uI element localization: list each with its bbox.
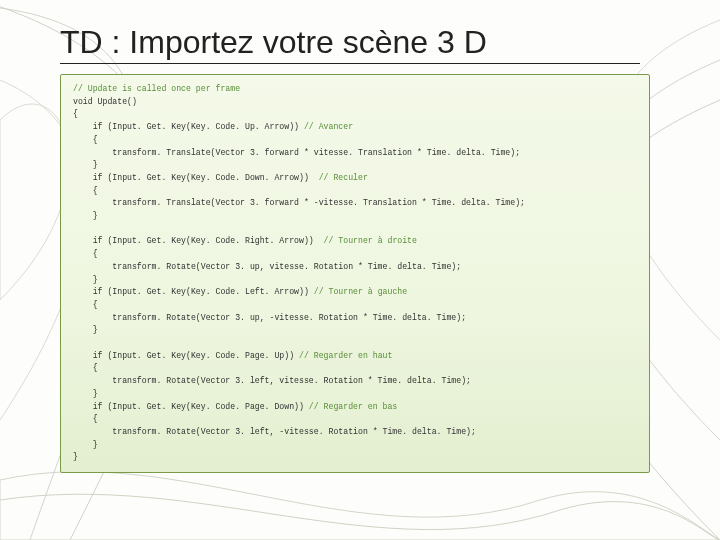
code-comment: // Regarder en haut: [299, 351, 392, 360]
code-comment: // Reculer: [319, 173, 368, 182]
code-line: }: [73, 389, 98, 398]
code-line: if (Input. Get. Key(Key. Code. Down. Arr…: [73, 173, 319, 182]
code-line: {: [73, 135, 98, 144]
code-line: }: [73, 325, 98, 334]
code-line: {: [73, 186, 98, 195]
code-line: if (Input. Get. Key(Key. Code. Right. Ar…: [73, 236, 324, 245]
code-line: {: [73, 414, 98, 423]
code-line: if (Input. Get. Key(Key. Code. Page. Dow…: [73, 402, 309, 411]
code-line: transform. Translate(Vector 3. forward *…: [73, 198, 525, 207]
code-line: }: [73, 160, 98, 169]
slide-title: TD : Importez votre scène 3 D: [60, 24, 640, 64]
code-comment: // Tourner à droite: [324, 236, 417, 245]
code-line: }: [73, 452, 78, 461]
code-line: {: [73, 249, 98, 258]
code-line: }: [73, 440, 98, 449]
code-line: transform. Rotate(Vector 3. left, -vites…: [73, 427, 476, 436]
code-line: void Update(): [73, 97, 137, 106]
code-line: {: [73, 109, 78, 118]
code-line: transform. Translate(Vector 3. forward *…: [73, 148, 520, 157]
code-line: if (Input. Get. Key(Key. Code. Page. Up)…: [73, 351, 299, 360]
code-comment: // Tourner à gauche: [314, 287, 407, 296]
code-line: if (Input. Get. Key(Key. Code. Left. Arr…: [73, 287, 314, 296]
code-line: }: [73, 275, 98, 284]
code-line: if (Input. Get. Key(Key. Code. Up. Arrow…: [73, 122, 304, 131]
code-line: transform. Rotate(Vector 3. up, -vitesse…: [73, 313, 466, 322]
code-comment: // Avancer: [304, 122, 353, 131]
code-comment: // Regarder en bas: [309, 402, 397, 411]
code-line: }: [73, 211, 98, 220]
code-line: transform. Rotate(Vector 3. left, vitess…: [73, 376, 471, 385]
code-line: {: [73, 300, 98, 309]
code-line: transform. Rotate(Vector 3. up, vitesse.…: [73, 262, 461, 271]
code-block: // Update is called once per frame void …: [60, 74, 650, 473]
code-line: {: [73, 363, 98, 372]
code-comment: // Update is called once per frame: [73, 84, 240, 93]
